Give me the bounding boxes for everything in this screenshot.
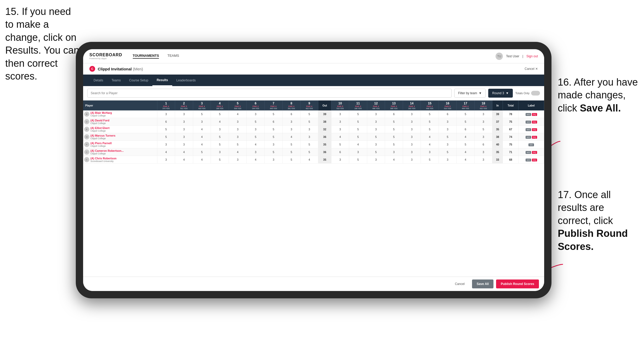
score-0-h18[interactable]: 3 [474,110,492,118]
score-6-h16[interactable]: 3 [439,156,457,164]
wd-badge-3[interactable]: WD [526,136,531,139]
tab-teams[interactable]: Teams [107,75,125,86]
score-0-h3[interactable]: 5 [193,110,211,118]
score-1-h4[interactable]: 4 [211,118,229,126]
score-2-h13[interactable]: 5 [385,126,403,133]
score-0-h14[interactable]: 3 [403,110,421,118]
tab-leaderboards[interactable]: Leaderboards [172,75,200,86]
wd-badge-0[interactable]: WD [526,113,531,116]
score-5-h7[interactable]: 5 [264,148,283,156]
score-4-h16[interactable]: 3 [439,141,457,148]
score-5-h18[interactable]: 3 [474,148,492,156]
nav-tournaments[interactable]: TOURNAMENTS [133,54,159,59]
cancel-tournament-btn[interactable]: Cancel ✕ [525,67,538,71]
score-3-h14[interactable]: 3 [403,133,421,141]
wd-badge-6[interactable]: WD [526,159,531,161]
dq-badge-1[interactable]: DQ [532,121,537,124]
score-4-h1[interactable]: 3 [157,141,175,148]
score-1-h6[interactable]: 5 [247,118,265,126]
player-name-6[interactable]: (A) Chris Robertson [90,157,117,160]
score-6-h13[interactable]: 4 [385,156,403,164]
player-name-0[interactable]: (A) Blair McHarg [90,111,112,114]
score-3-h16[interactable]: 5 [439,133,457,141]
score-6-h18[interactable]: 3 [474,156,492,164]
score-6-h14[interactable]: 3 [403,156,421,164]
score-0-h4[interactable]: 5 [211,110,229,118]
dq-badge-5[interactable]: DQ [532,151,537,154]
tab-details[interactable]: Details [89,75,107,86]
score-3-h4[interactable]: 5 [211,133,229,141]
score-0-h10[interactable]: 3 [331,110,349,118]
score-2-h1[interactable]: 5 [157,126,175,133]
score-1-h13[interactable]: 5 [385,118,403,126]
cancel-btn[interactable]: Cancel [450,279,469,288]
score-6-h6[interactable]: 4 [247,156,265,164]
score-4-h6[interactable]: 4 [247,141,265,148]
dq-badge-6[interactable]: DQ [532,159,537,161]
score-0-h17[interactable]: 5 [457,110,475,118]
score-4-h2[interactable]: 3 [175,141,193,148]
score-3-h17[interactable]: 4 [457,133,475,141]
score-1-h16[interactable]: 3 [439,118,457,126]
score-6-h8[interactable]: 5 [283,156,301,164]
score-6-h1[interactable]: 3 [157,156,175,164]
score-2-h11[interactable]: 5 [349,126,367,133]
score-2-h9[interactable]: 3 [300,126,318,133]
score-2-h4[interactable]: 3 [211,126,229,133]
score-3-h3[interactable]: 4 [193,133,211,141]
score-1-h12[interactable]: 3 [367,118,385,126]
score-2-h5[interactable]: 3 [229,126,247,133]
score-3-h8[interactable]: 4 [283,133,301,141]
score-2-h15[interactable]: 5 [421,126,439,133]
score-1-h8[interactable]: 3 [283,118,301,126]
score-3-h15[interactable]: 4 [421,133,439,141]
score-3-h18[interactable]: 3 [474,133,492,141]
score-0-h2[interactable]: 3 [175,110,193,118]
score-5-h3[interactable]: 5 [193,148,211,156]
score-5-h5[interactable]: 4 [229,148,247,156]
score-2-h8[interactable]: 3 [283,126,301,133]
publish-round-scores-btn[interactable]: Publish Round Scores [496,279,539,288]
score-2-h17[interactable]: 6 [457,126,475,133]
score-5-h17[interactable]: 4 [457,148,475,156]
score-1-h18[interactable]: 3 [474,118,492,126]
score-0-h5[interactable]: 4 [229,110,247,118]
score-3-h2[interactable]: 3 [175,133,193,141]
dq-badge-2[interactable]: DQ [532,128,537,131]
score-5-h11[interactable]: 3 [349,148,367,156]
score-4-h8[interactable]: 5 [283,141,301,148]
wd-badge-1[interactable]: WD [526,121,531,124]
score-4-h12[interactable]: 3 [367,141,385,148]
score-1-h14[interactable]: 3 [403,118,421,126]
score-4-h14[interactable]: 3 [403,141,421,148]
score-5-h8[interactable]: 5 [283,148,301,156]
score-3-h12[interactable]: 5 [367,133,385,141]
score-6-h7[interactable]: 3 [264,156,283,164]
score-3-h13[interactable]: 5 [385,133,403,141]
score-3-h7[interactable]: 5 [264,133,283,141]
score-5-h15[interactable]: 3 [421,148,439,156]
score-0-h8[interactable]: 6 [283,110,301,118]
score-1-h3[interactable]: 3 [193,118,211,126]
score-1-h17[interactable]: 5 [457,118,475,126]
score-4-h15[interactable]: 4 [421,141,439,148]
score-3-h5[interactable]: 3 [229,133,247,141]
score-0-h16[interactable]: 6 [439,110,457,118]
score-4-h4[interactable]: 5 [211,141,229,148]
nav-teams[interactable]: TEAMS [167,54,179,59]
score-6-h2[interactable]: 4 [175,156,193,164]
player-name-3[interactable]: (A) Marcus Turners [90,134,116,137]
tab-course-setup[interactable]: Course Setup [125,75,152,86]
score-3-h9[interactable]: 3 [300,133,318,141]
score-2-h2[interactable]: 3 [175,126,193,133]
player-name-5[interactable]: (A) Cameron Robertson... [90,149,124,152]
search-input[interactable] [87,89,452,98]
score-3-h6[interactable]: 5 [247,133,265,141]
score-4-h11[interactable]: 4 [349,141,367,148]
score-0-h1[interactable]: 3 [157,110,175,118]
score-1-h11[interactable]: 5 [349,118,367,126]
score-0-h7[interactable]: 5 [264,110,283,118]
score-1-h10[interactable]: 3 [331,118,349,126]
score-2-h6[interactable]: 3 [247,126,265,133]
score-6-h3[interactable]: 4 [193,156,211,164]
